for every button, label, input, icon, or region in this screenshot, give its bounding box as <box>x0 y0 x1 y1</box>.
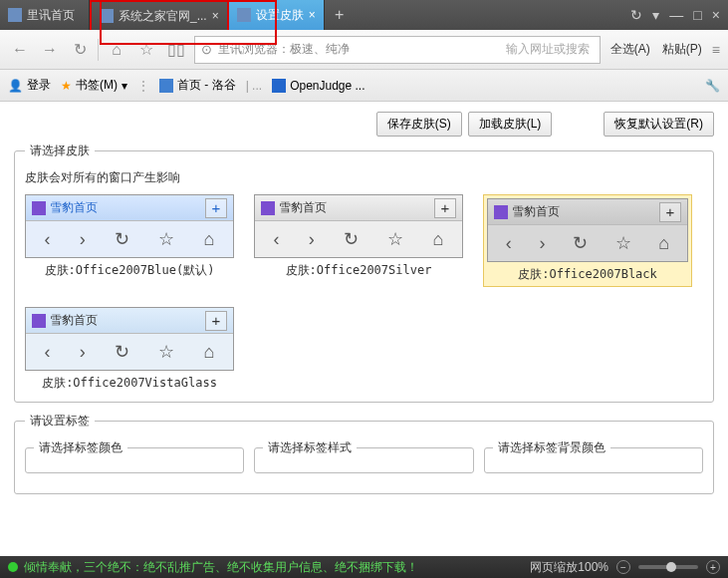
home-icon: ⌂ <box>658 233 669 254</box>
status-bar: 倾情奉献，三个绝不：绝不乱推广告、绝不收集用户信息、绝不捆绑下载！ 网页缩放10… <box>0 556 728 578</box>
login-button[interactable]: 👤 登录 <box>8 77 51 94</box>
address-info: 里讯浏览器：极速、纯净 <box>218 41 350 58</box>
skin-label: 皮肤:Office2007Black <box>487 266 688 283</box>
zoom-slider[interactable] <box>638 565 698 569</box>
close-icon[interactable]: × <box>212 9 219 23</box>
maximize-button[interactable]: □ <box>693 7 701 23</box>
reload-icon: ↻ <box>573 232 588 254</box>
tab-label: 设置皮肤 <box>256 7 304 24</box>
legend: 请选择皮肤 <box>25 143 95 159</box>
toolbar: ← → ↻ ⌂ ☆ ▯▯ ⊙ 里讯浏览器：极速、纯净 输入网址或搜索 全选(A)… <box>0 30 728 70</box>
favicon-icon <box>237 8 251 22</box>
address-placeholder: 输入网址或搜索 <box>506 41 594 58</box>
favicon-icon <box>100 9 114 23</box>
status-right: 网页缩放100% − + <box>530 559 720 576</box>
back-icon: ‹ <box>45 229 51 250</box>
select-all-button[interactable]: 全选(A) <box>607 39 654 60</box>
skin-grid: 雪豹首页+ ‹›↻☆⌂ 皮肤:Office2007Blue(默认) 雪豹首页+ … <box>25 194 703 392</box>
preview-title: 雪豹首页 <box>279 199 327 216</box>
home-button[interactable]: ⌂ <box>105 38 128 62</box>
tab-bgcolor-fieldset: 请选择标签背景颜色 <box>484 439 703 473</box>
preview-title: 雪豹首页 <box>50 199 98 216</box>
star-icon: ☆ <box>615 232 631 254</box>
status-message: 倾情奉献，三个绝不：绝不乱推广告、绝不收集用户信息、绝不捆绑下载！ <box>24 559 418 576</box>
plus-icon: + <box>434 198 456 218</box>
tab-lixun-home[interactable]: 里讯首页 <box>0 0 90 30</box>
separator <box>98 39 99 61</box>
wrench-icon[interactable]: 🔧 <box>705 79 720 93</box>
skin-label: 皮肤:Office2007Blue(默认) <box>25 262 234 279</box>
content: 保存皮肤(S) 加载皮肤(L) 恢复默认设置(R) 请选择皮肤 皮肤会对所有的窗… <box>0 102 728 556</box>
load-skin-button[interactable]: 加载皮肤(L) <box>468 112 553 137</box>
minimize-button[interactable]: — <box>669 7 683 23</box>
forward-icon: › <box>309 229 315 250</box>
skin-office2007silver[interactable]: 雪豹首页+ ‹›↻☆⌂ 皮肤:Office2007Silver <box>254 194 463 287</box>
preview-title: 雪豹首页 <box>50 312 98 329</box>
site-icon <box>159 79 173 93</box>
zoom-thumb[interactable] <box>666 562 676 572</box>
skin-office2007blue[interactable]: 雪豹首页+ ‹›↻☆⌂ 皮肤:Office2007Blue(默认) <box>25 194 234 287</box>
restore-defaults-button[interactable]: 恢复默认设置(R) <box>604 112 714 137</box>
bookmark-label: OpenJudge ... <box>290 79 364 93</box>
tab-settings-fieldset: 请设置标签 请选择标签颜色 请选择标签样式 请选择标签背景颜色 <box>14 413 714 494</box>
plus-icon: + <box>659 202 681 222</box>
addr-actions: 全选(A) 粘贴(P) <box>607 39 706 60</box>
paste-button[interactable]: 粘贴(P) <box>658 39 706 60</box>
back-button[interactable]: ← <box>8 38 32 62</box>
save-skin-button[interactable]: 保存皮肤(S) <box>376 112 462 137</box>
site-icon: ⊙ <box>201 42 212 57</box>
zoom-label: 网页缩放100% <box>530 559 608 576</box>
tab-subsections: 请选择标签颜色 请选择标签样式 请选择标签背景颜色 <box>25 439 703 483</box>
forward-button[interactable]: → <box>38 38 62 62</box>
plus-icon: + <box>205 198 227 218</box>
tab-xitongzhijia[interactable]: 系统之家官网_... × <box>90 0 229 30</box>
home-icon: ⌂ <box>203 342 214 363</box>
star-icon: ☆ <box>158 228 174 250</box>
panel-icon[interactable]: ▾ <box>652 7 659 23</box>
reload-icon: ↻ <box>115 341 129 363</box>
bookmark-label: 首页 - 洛谷 <box>177 77 236 94</box>
titlebar: 里讯首页 系统之家官网_... × 设置皮肤 × + ↻ ▾ — □ × <box>0 0 728 30</box>
skin-office2007vistaglass[interactable]: 雪豹首页+ ‹›↻☆⌂ 皮肤:Office2007VistaGlass <box>25 307 234 392</box>
bookmark-luogu[interactable]: 首页 - 洛谷 <box>159 77 236 94</box>
star-icon: ☆ <box>387 228 403 250</box>
skin-office2007black[interactable]: 雪豹首页+ ‹›↻☆⌂ 皮肤:Office2007Black <box>483 194 692 287</box>
plus-icon: + <box>205 311 227 331</box>
bookmark-bar: 👤 登录 ★ 书签(M) ▾ ⋮ 首页 - 洛谷 | ... OpenJudge… <box>0 70 728 102</box>
close-icon[interactable]: × <box>309 8 316 22</box>
tab-skin-settings[interactable]: 设置皮肤 × <box>229 0 325 30</box>
back-icon: ‹ <box>274 229 280 250</box>
bookmark-more[interactable]: | ... <box>246 79 262 93</box>
login-label: 登录 <box>27 77 51 94</box>
menu-icon[interactable]: ≡ <box>712 42 720 58</box>
separator: ⋮ <box>137 79 149 93</box>
app-icon <box>494 205 508 219</box>
new-tab-button[interactable]: + <box>325 0 355 30</box>
skin-label: 皮肤:Office2007VistaGlass <box>25 375 234 392</box>
legend: 请选择标签颜色 <box>34 439 127 456</box>
reader-button[interactable]: ▯▯ <box>164 38 188 62</box>
bookmark-button[interactable]: ☆ <box>134 38 158 62</box>
zoom-in-button[interactable]: + <box>706 560 720 574</box>
action-buttons: 保存皮肤(S) 加载皮肤(L) 恢复默认设置(R) <box>14 112 714 137</box>
forward-icon: › <box>80 229 86 250</box>
chevron-down-icon: ▾ <box>121 79 127 93</box>
tab-style-fieldset: 请选择标签样式 <box>254 439 473 473</box>
site-icon <box>272 79 286 93</box>
skin-label: 皮肤:Office2007Silver <box>254 262 463 279</box>
preview-title: 雪豹首页 <box>512 203 560 220</box>
bookmark-openjudge[interactable]: OpenJudge ... <box>272 79 364 93</box>
reload-icon: ↻ <box>344 228 359 250</box>
bookmarks-menu[interactable]: ★ 书签(M) ▾ <box>61 77 127 94</box>
forward-icon: › <box>539 233 545 254</box>
reload-icon: ↻ <box>115 228 129 250</box>
reload-button[interactable]: ↻ <box>68 38 92 62</box>
address-bar[interactable]: ⊙ 里讯浏览器：极速、纯净 输入网址或搜索 <box>194 36 601 64</box>
status-dot-icon <box>8 562 18 572</box>
zoom-out-button[interactable]: − <box>616 560 630 574</box>
legend: 请设置标签 <box>25 413 95 430</box>
star-icon: ☆ <box>158 341 174 363</box>
sync-icon[interactable]: ↻ <box>630 7 642 23</box>
user-icon: 👤 <box>8 79 23 93</box>
close-button[interactable]: × <box>712 7 720 23</box>
